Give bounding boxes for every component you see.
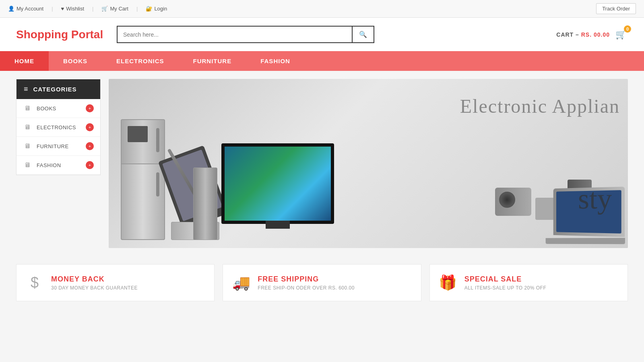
sidebar-fashion-label: FASHION bbox=[37, 162, 81, 168]
search-button[interactable]: 🔍 bbox=[352, 27, 374, 42]
shipping-icon: 🚚 bbox=[231, 274, 251, 291]
books-icon: 🖥 bbox=[23, 105, 32, 112]
free-shipping-title: FREE SHIPPING bbox=[258, 275, 355, 283]
user-icon: 👤 bbox=[8, 6, 14, 12]
free-shipping-desc: FREE SHIP-ON ODER OVER RS. 600.00 bbox=[258, 285, 355, 291]
feature-money-back: $ MONEY BACK 30 DAY MONEY BACK GUARANTEE bbox=[16, 264, 215, 301]
nav-furniture[interactable]: FURNITURE bbox=[179, 51, 246, 71]
hero-illustration: Electronic Applian sty bbox=[109, 79, 628, 248]
books-arrow: + bbox=[86, 104, 94, 112]
sidebar: ≡ CATEGORIES 🖥 BOOKS + 🖥 ELECTRONICS + 🖥… bbox=[16, 79, 101, 175]
wishlist-link[interactable]: ♥ Wishlist bbox=[61, 6, 85, 12]
main-content: ≡ CATEGORIES 🖥 BOOKS + 🖥 ELECTRONICS + 🖥… bbox=[0, 71, 644, 256]
tv-illustration bbox=[221, 143, 334, 224]
divider1: | bbox=[52, 6, 53, 12]
fashion-arrow: + bbox=[86, 161, 94, 169]
feature-sale-text: SPECIAL SALE ALL ITEMS-SALE UP TO 20% OF… bbox=[464, 275, 547, 291]
cart-count-badge: 0 bbox=[624, 25, 631, 33]
tower-illustration bbox=[193, 168, 217, 240]
login-icon: 🔐 bbox=[146, 6, 152, 12]
money-icon: $ bbox=[25, 274, 45, 291]
login-link[interactable]: 🔐 Login bbox=[146, 6, 167, 12]
main-nav: HOME BOOKS ELECTRONICS FURNITURE FASHION bbox=[0, 51, 644, 71]
cart-small-icon: 🛒 bbox=[101, 6, 108, 12]
track-order-button[interactable]: Track Order bbox=[596, 3, 636, 14]
my-cart-link[interactable]: 🛒 My Cart bbox=[101, 6, 128, 12]
search-input[interactable] bbox=[118, 27, 352, 42]
search-icon: 🔍 bbox=[359, 31, 367, 38]
special-sale-title: SPECIAL SALE bbox=[464, 275, 547, 283]
nav-electronics[interactable]: ELECTRONICS bbox=[102, 51, 179, 71]
my-account-link[interactable]: 👤 My Account bbox=[8, 6, 43, 12]
fridge-illustration bbox=[121, 119, 165, 240]
top-bar: 👤 My Account | ♥ Wishlist | 🛒 My Cart | … bbox=[0, 0, 644, 18]
feature-free-shipping: 🚚 FREE SHIPPING FREE SHIP-ON ODER OVER R… bbox=[223, 264, 421, 301]
cart-badge-wrapper: 🛒 0 bbox=[614, 28, 628, 41]
nav-fashion[interactable]: FASHION bbox=[246, 51, 305, 71]
gift-icon: 🎁 bbox=[438, 274, 458, 291]
nav-home[interactable]: HOME bbox=[0, 51, 49, 71]
top-bar-right: Track Order bbox=[596, 3, 636, 14]
laptop-base bbox=[546, 238, 625, 244]
my-cart-label: My Cart bbox=[110, 6, 128, 12]
header: Shopping Portal 🔍 CART – RS. 00.00 🛒 0 bbox=[0, 18, 644, 51]
camera-illustration bbox=[495, 188, 531, 216]
electronics-icon: 🖥 bbox=[23, 124, 32, 131]
divider2: | bbox=[92, 6, 93, 12]
hero-banner: Electronic Applian sty bbox=[109, 79, 628, 248]
menu-icon: ≡ bbox=[24, 85, 29, 93]
money-back-title: MONEY BACK bbox=[51, 275, 138, 283]
cart-area: CART – RS. 00.00 🛒 0 bbox=[556, 28, 628, 41]
categories-title: CATEGORIES bbox=[33, 86, 77, 93]
sidebar-books-label: BOOKS bbox=[37, 105, 81, 112]
my-account-label: My Account bbox=[17, 6, 43, 12]
sidebar-item-books[interactable]: 🖥 BOOKS + bbox=[17, 99, 100, 118]
hero-banner-text: Electronic Applian bbox=[460, 95, 620, 117]
cart-amount: RS. 00.00 bbox=[581, 31, 610, 38]
special-sale-desc: ALL ITEMS-SALE UP TO 20% OFF bbox=[464, 285, 547, 291]
nav-books[interactable]: BOOKS bbox=[49, 51, 102, 71]
sidebar-furniture-label: FURNITURE bbox=[37, 143, 81, 149]
features-row: $ MONEY BACK 30 DAY MONEY BACK GUARANTEE… bbox=[0, 256, 644, 309]
sidebar-header: ≡ CATEGORIES bbox=[17, 79, 100, 99]
sidebar-item-electronics[interactable]: 🖥 ELECTRONICS + bbox=[17, 118, 100, 137]
feature-shipping-text: FREE SHIPPING FREE SHIP-ON ODER OVER RS.… bbox=[258, 275, 355, 291]
site-logo[interactable]: Shopping Portal bbox=[16, 28, 105, 41]
feature-special-sale: 🎁 SPECIAL SALE ALL ITEMS-SALE UP TO 20% … bbox=[429, 264, 628, 301]
login-label: Login bbox=[154, 6, 167, 12]
heart-icon: ♥ bbox=[61, 6, 64, 12]
hero-script-text: sty bbox=[578, 182, 612, 216]
sidebar-electronics-label: ELECTRONICS bbox=[37, 124, 81, 130]
sidebar-item-furniture[interactable]: 🖥 FURNITURE + bbox=[17, 137, 100, 156]
feature-money-text: MONEY BACK 30 DAY MONEY BACK GUARANTEE bbox=[51, 275, 138, 291]
search-bar: 🔍 bbox=[117, 26, 374, 43]
sidebar-item-fashion[interactable]: 🖥 FASHION + bbox=[17, 156, 100, 175]
cart-label: CART – RS. 00.00 bbox=[556, 31, 610, 38]
divider3: | bbox=[136, 6, 138, 12]
electronics-arrow: + bbox=[86, 123, 94, 131]
furniture-icon: 🖥 bbox=[23, 143, 32, 150]
furniture-arrow: + bbox=[86, 142, 94, 150]
wishlist-label: Wishlist bbox=[66, 6, 84, 12]
fashion-icon: 🖥 bbox=[23, 161, 32, 169]
money-back-desc: 30 DAY MONEY BACK GUARANTEE bbox=[51, 285, 138, 291]
